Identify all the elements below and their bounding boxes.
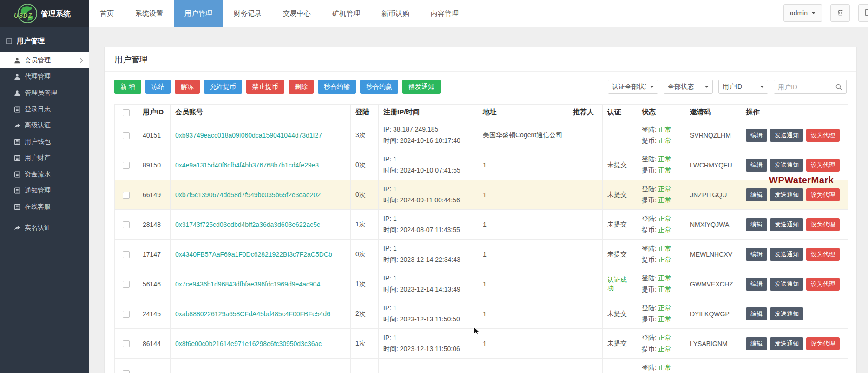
notify-button[interactable]: 发送通知 <box>770 248 803 261</box>
sidebar-item-管理员管理[interactable]: 管理员管理 <box>0 85 89 101</box>
edit-button[interactable]: 编辑 <box>746 248 767 261</box>
member-account-link[interactable]: 0x7ce9436b1d96843dfbfae396fdc1969d9e4ac9… <box>175 280 320 288</box>
clear-cache-button[interactable] <box>830 4 850 22</box>
row-checkbox[interactable] <box>123 162 130 169</box>
edit-button[interactable]: 编辑 <box>746 129 767 142</box>
nav-item-8[interactable]: 内容管理 <box>420 0 469 27</box>
member-account-link[interactable]: 0x4340FB57AaF69a1F0Dc62821922Bf3c7F2aC5D… <box>175 251 332 258</box>
agent-button[interactable]: 设为代理 <box>806 188 840 201</box>
member-account-link[interactable]: 0x8f6e00c0b21614e971e16298e6fc30950d3c36… <box>175 340 322 347</box>
sidebar-item-高级认证[interactable]: 高级认证 <box>0 117 89 133</box>
cell-member-account: 0x7ce9436b1d96843dfbfae396fdc1969d9e4ac9… <box>171 269 351 299</box>
sidebar-item-通知管理[interactable]: 通知管理 <box>0 182 89 199</box>
cell-status: 登陆: 正常提币: 正常 <box>637 359 685 373</box>
nav-item-3[interactable]: 用户管理 <box>174 0 223 27</box>
nav-item-6[interactable]: 矿机管理 <box>322 0 371 27</box>
doc-icon <box>14 155 20 161</box>
cell-referrer <box>568 180 603 210</box>
sidebar-section-header[interactable]: 用户管理 <box>0 27 89 52</box>
edit-button[interactable]: 编辑 <box>746 218 767 231</box>
unfreeze-button[interactable]: 解冻 <box>175 80 200 94</box>
share-icon <box>14 122 20 129</box>
agent-button[interactable]: 设为代理 <box>806 337 840 350</box>
contract-lose-button[interactable]: 秒合约输 <box>318 80 356 94</box>
member-account-link[interactable]: 0xb93749eacc018a09f060dca159041044d73d1f… <box>175 132 322 139</box>
mass-notify-button[interactable]: 群发通知 <box>402 80 441 94</box>
cell-logins: 0次 <box>351 180 379 210</box>
notify-button[interactable]: 发送通知 <box>770 129 803 142</box>
topnav-items: 首页系统设置用户管理财务记录交易中心矿机管理新币认购内容管理 <box>89 0 469 27</box>
sidebar-item-label: 登录日志 <box>25 105 51 113</box>
allow-withdraw-button[interactable]: 允许提币 <box>204 80 242 94</box>
trash-icon <box>837 9 844 18</box>
notify-button[interactable]: 发送通知 <box>770 218 803 231</box>
delete-button[interactable]: 删除 <box>289 80 314 94</box>
notify-button[interactable]: 发送通知 <box>770 159 803 172</box>
sidebar-item-实名认证[interactable]: 实名认证 <box>0 220 89 236</box>
freeze-button[interactable]: 冻结 <box>145 80 171 94</box>
notify-button[interactable]: 发送通知 <box>770 188 803 201</box>
agent-button[interactable]: 设为代理 <box>806 218 840 231</box>
cell-referrer <box>568 329 603 359</box>
edit-button[interactable]: 编辑 <box>746 159 767 172</box>
forbid-withdraw-button[interactable]: 禁止提币 <box>246 80 284 94</box>
cell-actions: 编辑发送通知设为代理 <box>741 210 848 240</box>
sidebar-item-用户钱包[interactable]: 用户钱包 <box>0 133 89 150</box>
cell-logins: 0次 <box>351 150 379 180</box>
notify-button[interactable]: 发送通知 <box>770 337 803 350</box>
row-checkbox[interactable] <box>123 132 130 139</box>
caret-down-icon <box>705 86 709 88</box>
search-field-filter[interactable]: 用户ID <box>718 80 768 94</box>
agent-button[interactable]: 设为代理 <box>806 278 840 291</box>
user-icon <box>14 90 20 96</box>
notify-button[interactable]: 发送通知 <box>770 307 803 320</box>
topnav-right: admin <box>783 4 868 22</box>
main-content: 用户管理 新 增冻结解冻允许提币禁止提币删除秒合约输秒合约赢群发通知 认证全部状… <box>89 27 868 373</box>
edit-button[interactable]: 编辑 <box>746 188 767 201</box>
row-checkbox[interactable] <box>123 311 130 318</box>
admin-dropdown[interactable]: admin <box>783 4 822 22</box>
sidebar-item-label: 通知管理 <box>25 186 51 195</box>
status-filter[interactable]: 全部状态 <box>664 80 713 94</box>
add-button[interactable]: 新 增 <box>114 80 141 94</box>
select-value: 全部状态 <box>668 83 694 91</box>
row-checkbox[interactable] <box>123 251 130 258</box>
nav-item-7[interactable]: 新币认购 <box>371 0 420 27</box>
member-account-link[interactable]: 0x4e9a1315d40f6cfb4f4bb376768b7b1cd4fe29… <box>175 161 319 169</box>
agent-button[interactable]: 设为代理 <box>806 248 840 261</box>
cell-referrer <box>568 269 603 299</box>
sidebar-item-代理管理[interactable]: 代理管理 <box>0 68 89 85</box>
sidebar-item-label: 管理员管理 <box>25 89 57 97</box>
sidebar-item-会员管理[interactable]: 会员管理 <box>0 52 89 68</box>
row-checkbox[interactable] <box>123 281 130 288</box>
row-checkbox[interactable] <box>123 340 130 347</box>
search-input[interactable] <box>778 83 835 91</box>
nav-item-4[interactable]: 财务记录 <box>223 0 272 27</box>
member-account-link[interactable]: 0xab8880226129a658CFdA45bd485c4F00FBFe54… <box>175 310 330 318</box>
sidebar-item-用户财产[interactable]: 用户财产 <box>0 150 89 166</box>
logout-button[interactable] <box>858 4 868 22</box>
edit-button[interactable]: 编辑 <box>746 278 767 291</box>
cell-logins <box>351 359 379 373</box>
nav-item-2[interactable]: 系统设置 <box>125 0 174 27</box>
cell-member-account <box>171 359 351 373</box>
edit-button[interactable]: 编辑 <box>746 337 767 350</box>
agent-button[interactable]: 设为代理 <box>806 159 840 172</box>
member-account-link[interactable]: 0xb7f5c1390674dd58d7f949bc035b65f2e3eae2… <box>175 191 321 199</box>
nav-item-5[interactable]: 交易中心 <box>272 0 322 27</box>
agent-button[interactable]: 设为代理 <box>806 129 840 142</box>
member-account-link[interactable]: 0x31743f725cd03edbd4bff2a36da3d603e622ac… <box>175 221 320 228</box>
nav-item-1[interactable]: 首页 <box>89 0 125 27</box>
search-icon[interactable] <box>835 83 842 91</box>
sidebar-item-资金流水[interactable]: 资金流水 <box>0 166 89 182</box>
row-checkbox[interactable] <box>123 370 130 373</box>
row-checkbox[interactable] <box>123 192 130 199</box>
select-all-checkbox[interactable] <box>123 109 130 116</box>
sidebar-item-登录日志[interactable]: 登录日志 <box>0 101 89 117</box>
notify-button[interactable]: 发送通知 <box>770 278 803 291</box>
edit-button[interactable]: 编辑 <box>746 307 767 320</box>
sidebar-item-在线客服[interactable]: 在线客服 <box>0 199 89 215</box>
row-checkbox[interactable] <box>123 221 130 228</box>
auth-status-filter[interactable]: 认证全部状态 <box>608 80 658 94</box>
contract-win-button[interactable]: 秒合约赢 <box>360 80 398 94</box>
